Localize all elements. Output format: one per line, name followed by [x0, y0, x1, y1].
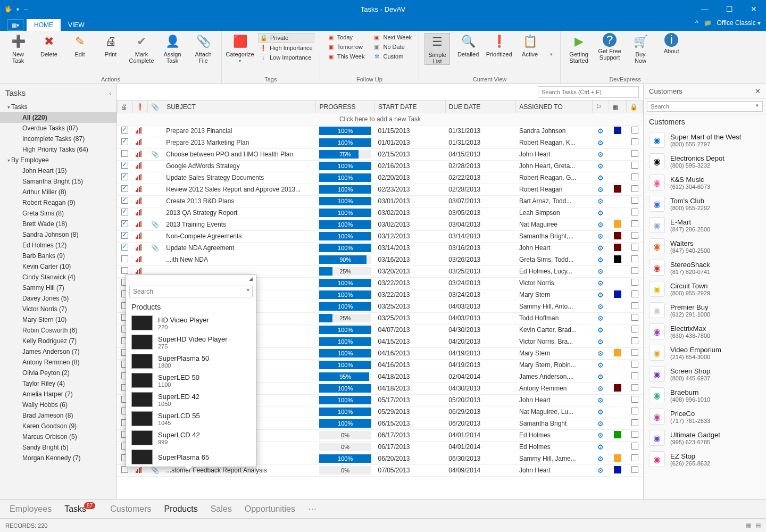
row-checkbox[interactable]	[121, 244, 128, 251]
col-assigned[interactable]: ASSIGNED TO	[516, 101, 593, 113]
nav-item[interactable]: Morgan Kennedy (7)	[0, 453, 116, 463]
nav-item[interactable]: Samantha Bright (15)	[0, 176, 116, 187]
product-item[interactable]: SuperPlasma 65	[126, 447, 256, 467]
row-checkbox[interactable]	[121, 197, 128, 204]
row-checkbox[interactable]	[121, 162, 128, 169]
customers-close-icon[interactable]: ✕	[755, 87, 761, 95]
gear-icon[interactable]: ⚙	[597, 151, 604, 159]
gear-icon[interactable]: ⚙	[597, 139, 604, 147]
row-lock-checkbox[interactable]	[631, 349, 638, 356]
gear-icon[interactable]: ⚙	[597, 455, 604, 463]
col-lock[interactable]: 🔒	[626, 101, 643, 113]
gear-icon[interactable]: ⚙	[597, 396, 604, 404]
private-toggle[interactable]: 🔒Private	[258, 33, 314, 43]
col-attach[interactable]: 📎	[148, 101, 163, 113]
nav-item[interactable]: Kevin Carter (10)	[0, 261, 116, 272]
gear-icon[interactable]: ⚙	[597, 443, 604, 451]
customer-item[interactable]: ◉K&S Music(612) 304-6073	[644, 172, 766, 193]
row-lock-checkbox[interactable]	[631, 396, 638, 403]
row-lock-checkbox[interactable]	[631, 150, 638, 157]
row-lock-checkbox[interactable]	[631, 290, 638, 297]
today-button[interactable]: ▣Today	[326, 33, 367, 41]
gear-icon[interactable]: ⚙	[597, 291, 604, 299]
row-lock-checkbox[interactable]	[631, 466, 638, 473]
nav-item[interactable]: Antony Remmen (8)	[0, 357, 116, 368]
mark-complete-button[interactable]: ✔Mark Complete	[129, 33, 154, 64]
qat-dropdown[interactable]: ▾	[16, 6, 19, 12]
product-item[interactable]: SuperLED 501100	[126, 371, 256, 390]
col-priority[interactable]: ❗	[132, 101, 148, 113]
grid-search-input[interactable]	[538, 86, 639, 98]
table-row[interactable]: 📎Choose between PPO and HMO Health Plan7…	[117, 148, 643, 160]
product-item[interactable]: HD Video Player220	[126, 313, 256, 332]
table-row[interactable]: Prepare 2013 Marketing Plan100%01/01/201…	[117, 137, 643, 148]
gear-icon[interactable]: ⚙	[597, 373, 604, 381]
nav-item[interactable]: Wally Hobbs (6)	[0, 400, 116, 410]
new-item-row[interactable]: Click here to add a new Task	[117, 113, 643, 125]
nav-item[interactable]: Incomplete Tasks (87)	[0, 134, 116, 144]
nav-item[interactable]: James Anderson (7)	[0, 346, 116, 357]
dropdown-icon[interactable]: ▾	[247, 287, 249, 293]
thisweek-button[interactable]: ▣This Week	[326, 52, 367, 61]
row-checkbox[interactable]	[121, 127, 128, 134]
row-checkbox[interactable]	[121, 267, 128, 274]
bottomnav-item[interactable]: Customers	[110, 504, 151, 514]
gear-icon[interactable]: ⚙	[597, 326, 604, 334]
popup-handle-icon[interactable]: ◢	[126, 275, 256, 282]
maximize-button[interactable]: ☐	[717, 0, 742, 18]
table-row[interactable]: Prepare 2013 Financial100%01/15/201301/3…	[117, 125, 643, 137]
gear-icon[interactable]: ⚙	[597, 127, 604, 135]
row-checkbox[interactable]	[121, 150, 128, 157]
product-item[interactable]: SuperLED 421050	[126, 390, 256, 409]
customers-search-input[interactable]	[647, 101, 763, 112]
gear-icon[interactable]: ⚙	[597, 314, 604, 322]
nav-item[interactable]: Mary Stern (10)	[0, 314, 116, 325]
nav-item[interactable]: Sandra Johnson (8)	[0, 229, 116, 240]
nav-collapse-icon[interactable]: ‹	[109, 90, 111, 96]
customer-item[interactable]: ◉Tom's Club(800) 955-2292	[644, 193, 766, 214]
row-lock-checkbox[interactable]	[631, 443, 638, 450]
customer-item[interactable]: ◉StereoShack(817) 820-0741	[644, 257, 766, 278]
nav-item[interactable]: Overdue Tasks (87)	[0, 123, 116, 134]
row-lock-checkbox[interactable]	[631, 372, 638, 379]
buy-now-button[interactable]: 🛒Buy Now	[628, 33, 653, 64]
gear-icon[interactable]: ⚙	[597, 303, 604, 311]
col-due[interactable]: DUE DATE	[445, 101, 516, 113]
gear-icon[interactable]: ⚙	[597, 197, 604, 205]
delete-button[interactable]: ✖Delete	[36, 33, 62, 57]
nodate-button[interactable]: ▣No Date	[371, 43, 413, 51]
row-lock-checkbox[interactable]	[631, 255, 638, 262]
product-item[interactable]: SuperHD Video Player275	[126, 332, 256, 352]
gear-icon[interactable]: ⚙	[597, 431, 604, 439]
row-lock-checkbox[interactable]	[631, 419, 638, 426]
prioritized-button[interactable]: ❗Prioritized	[486, 33, 512, 57]
detailed-button[interactable]: 🔍Detailed	[455, 33, 481, 57]
nav-item[interactable]: Karen Goodson (9)	[0, 421, 116, 431]
gear-icon[interactable]: ⚙	[597, 408, 604, 416]
nav-item[interactable]: Brad Jameson (8)	[0, 410, 116, 421]
row-lock-checkbox[interactable]	[631, 361, 638, 368]
view-mode-icon[interactable]: ▤	[755, 522, 761, 529]
bottomnav-item[interactable]: Tasks87	[64, 504, 97, 514]
nav-item[interactable]: Robin Cosworth (6)	[0, 325, 116, 336]
custom-button[interactable]: ✲Custom	[371, 52, 413, 61]
bottomnav-item[interactable]: Sales	[211, 504, 232, 514]
qat-more[interactable]: ⋯	[23, 6, 29, 12]
nav-item[interactable]: Barb Banks (9)	[0, 251, 116, 261]
nav-item[interactable]: Amelia Harper (7)	[0, 389, 116, 400]
nav-item[interactable]: Greta Sims (8)	[0, 208, 116, 219]
customer-item[interactable]: ◉Screen Shop(800) 445-6937	[644, 363, 766, 385]
gear-icon[interactable]: ⚙	[597, 232, 604, 240]
nav-item[interactable]: Marcus Orbison (5)	[0, 431, 116, 442]
bottomnav-more[interactable]: ⋯	[308, 504, 317, 514]
ribbon-collapse-icon[interactable]: ^	[695, 19, 698, 27]
gear-icon[interactable]: ⚙	[597, 244, 604, 252]
gear-icon[interactable]: ⚙	[597, 268, 604, 276]
row-checkbox[interactable]	[121, 185, 128, 192]
gear-icon[interactable]: ⚙	[597, 174, 604, 182]
table-row[interactable]: Review 2012 Sales Report and Approve 201…	[117, 184, 643, 195]
gear-icon[interactable]: ⚙	[597, 350, 604, 358]
table-row[interactable]: Create 2013 R&D Plans100%03/01/201303/07…	[117, 195, 643, 207]
col-check[interactable]: 🖨	[118, 101, 133, 113]
nav-item[interactable]: All (220)	[0, 112, 116, 123]
